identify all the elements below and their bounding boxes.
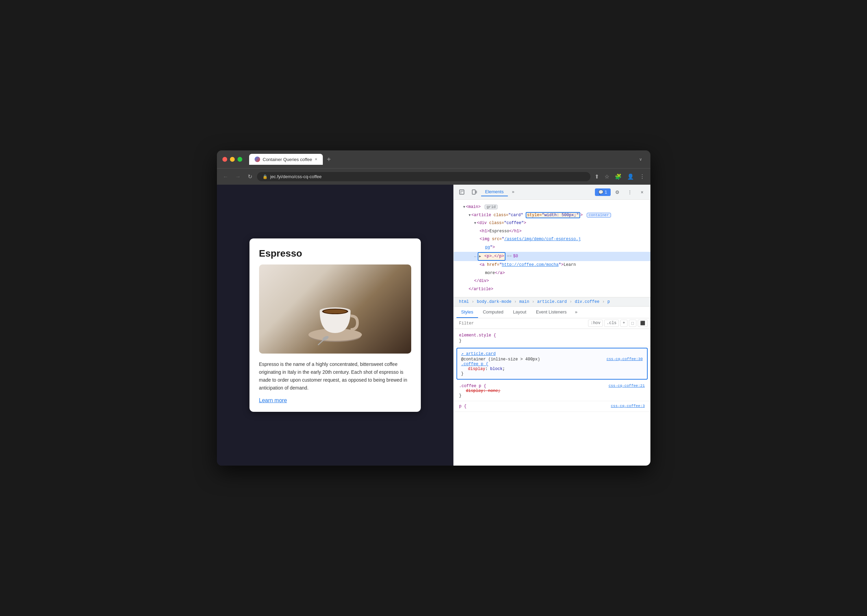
filter-bar: :hov .cls + ⬚ ⬛: [454, 318, 650, 329]
device-toolbar-button[interactable]: [469, 187, 480, 198]
forward-button[interactable]: →: [233, 172, 243, 181]
bookmark-icon[interactable]: ☆: [603, 172, 611, 181]
svg-rect-8: [472, 190, 475, 194]
active-tab[interactable]: Container Queries coffee ×: [249, 154, 323, 165]
learn-more-link[interactable]: Learn more: [259, 398, 287, 403]
bc-div[interactable]: div.coffee: [575, 299, 600, 304]
dom-line-p-selected[interactable]: … ▶ <p>…</p> == $0: [454, 252, 650, 261]
dom-line-main[interactable]: ▼<main> grid: [454, 203, 650, 211]
inspect-element-button[interactable]: [456, 187, 467, 198]
new-tab-button[interactable]: +: [324, 154, 334, 165]
container-badge: container: [587, 213, 611, 218]
svg-point-4: [324, 310, 347, 313]
chat-button[interactable]: 💬 1: [595, 189, 611, 196]
bc-p[interactable]: p: [607, 299, 610, 304]
css-rule-p: p { css-cq-coffee:3: [454, 401, 650, 412]
svg-rect-7: [459, 190, 464, 194]
devtools-panel: Elements » 💬 1 ⚙ ⋮ × ▼<main> grid: [453, 185, 650, 465]
url-input[interactable]: [271, 174, 585, 179]
triangle-icon: ▼: [469, 214, 471, 217]
chat-icon: 💬: [598, 190, 603, 195]
css-source-21[interactable]: css-cq-coffee:21: [609, 384, 645, 388]
styles-filter-input[interactable]: [456, 320, 587, 327]
dom-line-img[interactable]: <img src="/assets/img/demo/cof-espresso.…: [454, 236, 650, 244]
share-icon[interactable]: ⬆: [593, 172, 600, 181]
tab-elements[interactable]: Elements: [481, 188, 508, 196]
tab-event-listeners[interactable]: Event Listeners: [531, 306, 571, 318]
dom-line-article-close[interactable]: </article>: [454, 285, 650, 294]
add-style-button[interactable]: +: [620, 320, 628, 327]
minimize-traffic-light[interactable]: [230, 157, 235, 162]
coffee-description: Espresso is the name of a highly concent…: [259, 360, 411, 392]
address-bar: ← → ↻ 🔒 ⬆ ☆ 🧩 👤 ⋮: [217, 168, 650, 185]
dom-line-article[interactable]: ▼<article class="card" style="width: 500…: [454, 211, 650, 220]
tab-styles[interactable]: Styles: [456, 306, 478, 318]
coffee-title: Espresso: [259, 248, 411, 259]
tab-favicon: [255, 157, 260, 162]
tab-computed[interactable]: Computed: [478, 306, 508, 318]
triangle-icon: ▼: [474, 221, 476, 225]
tab-layout[interactable]: Layout: [508, 306, 531, 318]
lock-icon: 🔒: [263, 174, 267, 179]
dom-line-div-close[interactable]: </div>: [454, 277, 650, 285]
maximize-traffic-light[interactable]: [238, 157, 242, 162]
svg-rect-9: [476, 191, 477, 193]
dom-line-div-coffee[interactable]: ▼<div class="coffee">: [454, 219, 650, 228]
close-devtools-button[interactable]: ×: [637, 187, 648, 198]
tab-menu-button[interactable]: ∨: [636, 156, 645, 163]
a-href-link[interactable]: http://coffee.com/mocha: [502, 262, 559, 267]
settings-button[interactable]: ⚙: [612, 187, 623, 198]
bc-body[interactable]: body.dark-mode: [477, 299, 511, 304]
title-bar: Container Queries coffee × + ∨: [217, 151, 650, 168]
bc-main[interactable]: main: [519, 299, 529, 304]
img-src-link[interactable]: /assets/img/demo/cof-espresso.j: [504, 237, 581, 242]
dom-line-a[interactable]: <a href="http://coffee.com/mocha">Learn: [454, 261, 650, 269]
dom-line-h1[interactable]: <h1>Espresso</h1>: [454, 228, 650, 236]
css-source-30[interactable]: css-cq-coffee:30: [607, 357, 643, 361]
tab-close-button[interactable]: ×: [315, 157, 317, 162]
coffee-svg: [301, 268, 370, 350]
coffee-image: [259, 264, 411, 354]
page-area: Espresso: [217, 185, 453, 465]
more-options-button[interactable]: ⋮: [625, 187, 635, 198]
css-rule-element-style: element.style { }: [454, 330, 650, 346]
css-rules-area: element.style { } ↗ article.card @contai…: [454, 329, 650, 465]
devtools-main-tabs: Elements »: [481, 188, 593, 196]
layout-toggle-button[interactable]: ⬛: [638, 320, 648, 327]
browser-window: Container Queries coffee × + ∨ ← → ↻ 🔒 ⬆…: [217, 151, 650, 465]
p-highlight: ▶ <p>…</p>: [478, 252, 505, 261]
triangle-icon: ▶: [479, 255, 481, 258]
tab-area: Container Queries coffee × +: [249, 154, 632, 165]
close-traffic-light[interactable]: [222, 157, 227, 162]
browser-content: Espresso: [217, 185, 650, 465]
extensions-icon[interactable]: 🧩: [614, 172, 623, 181]
dom-line-a2: more</a>: [454, 269, 650, 278]
devtools-toolbar-right: 💬 1 ⚙ ⋮ ×: [595, 187, 648, 198]
hov-filter-button[interactable]: :hov: [588, 320, 603, 327]
article-card-link[interactable]: ↗ article.card: [461, 352, 496, 356]
devtools-toolbar: Elements » 💬 1 ⚙ ⋮ ×: [454, 185, 650, 200]
grid-badge: grid: [485, 204, 497, 209]
back-button[interactable]: ←: [221, 172, 231, 181]
more-options-dots: …: [474, 253, 477, 260]
tab-title: Container Queries coffee: [263, 157, 312, 162]
copy-style-button[interactable]: ⬚: [629, 320, 636, 327]
coffee-card: Espresso: [250, 239, 421, 412]
tab-more[interactable]: »: [508, 188, 518, 196]
more-options-icon[interactable]: ⋮: [638, 172, 646, 181]
bc-article[interactable]: article.card: [537, 299, 567, 304]
profile-icon[interactable]: 👤: [626, 172, 635, 181]
styles-tabs: Styles Computed Layout Event Listeners »: [454, 306, 650, 318]
triangle-icon: ▼: [463, 205, 465, 209]
css-rule-coffee-p: .coffee p { css-cq-coffee:21 display: no…: [454, 381, 650, 401]
dom-tree: ▼<main> grid ▼<article class="card" styl…: [454, 200, 650, 297]
browser-toolbar-icons: ⬆ ☆ 🧩 👤 ⋮: [593, 172, 646, 181]
dom-line-img2: pg">: [454, 244, 650, 252]
css-source-3[interactable]: css-cq-coffee:3: [611, 404, 645, 408]
css-rule-container-query: ↗ article.card @container (inline-size >…: [456, 348, 648, 380]
reload-button[interactable]: ↻: [246, 172, 254, 181]
cls-filter-button[interactable]: .cls: [604, 320, 619, 327]
bc-html[interactable]: html: [459, 299, 469, 304]
styles-more-button[interactable]: »: [573, 307, 580, 317]
url-bar[interactable]: 🔒: [257, 172, 590, 181]
